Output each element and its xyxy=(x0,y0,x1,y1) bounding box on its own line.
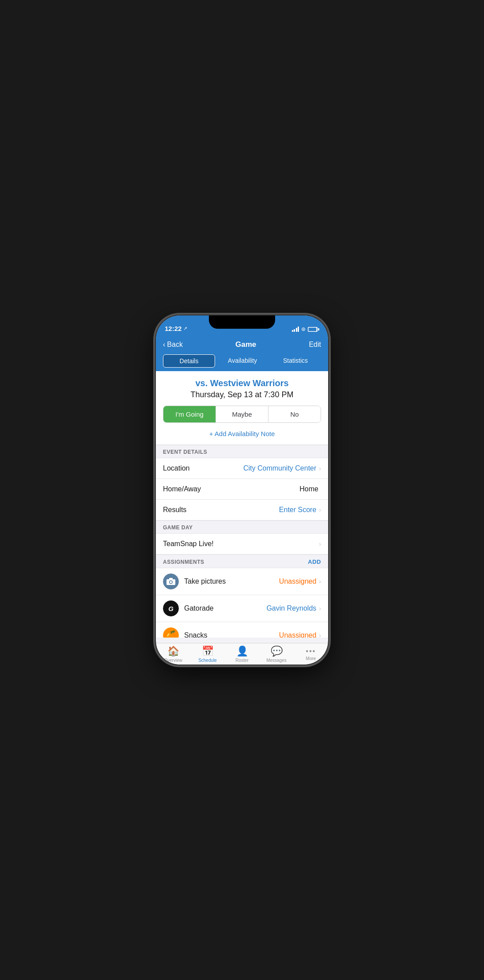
event-datetime: Thursday, Sep 13 at 7:30 PM xyxy=(163,390,321,399)
assignment-row-gatorade[interactable]: G Gatorade Gavin Reynolds › xyxy=(156,595,328,622)
main-content: vs. Westview Warriors Thursday, Sep 13 a… xyxy=(156,371,328,638)
home-away-value: Home xyxy=(299,485,318,493)
add-assignment-button[interactable]: ADD xyxy=(308,558,321,565)
assignment-value-gatorade: Gavin Reynolds xyxy=(266,604,316,612)
event-header: vs. Westview Warriors Thursday, Sep 13 a… xyxy=(156,371,328,445)
assignment-label-gatorade: Gatorade xyxy=(184,604,266,612)
results-value: Enter Score xyxy=(279,506,316,514)
nav-bar: ‹ Back Game Edit xyxy=(156,335,328,354)
home-away-row[interactable]: Home/Away Home xyxy=(156,479,328,500)
more-icon: ••• xyxy=(306,647,316,655)
assignment-label-pictures: Take pictures xyxy=(184,577,279,585)
svg-point-5 xyxy=(170,581,172,583)
location-row[interactable]: Location City Community Center › xyxy=(156,458,328,479)
game-day-section-header: GAME DAY xyxy=(156,520,328,534)
back-label: Back xyxy=(167,341,183,349)
battery-icon xyxy=(308,327,319,332)
tab-bar: Details Availability Statistics xyxy=(156,354,328,371)
status-icons: ⊛ xyxy=(292,326,320,332)
bottom-nav-more[interactable]: ••• More xyxy=(294,646,328,663)
going-button[interactable]: I'm Going xyxy=(163,406,216,422)
phone-frame: 12:22 ↗ ⊛ ‹ xyxy=(156,315,328,665)
teamsnap-live-label: TeamSnap Live! xyxy=(163,540,319,548)
roster-icon: 👤 xyxy=(236,646,248,657)
assignment-icon-gatorade: G xyxy=(163,600,179,616)
bottom-nav-messages[interactable]: 💬 Messages xyxy=(259,644,294,665)
event-opponent: vs. Westview Warriors xyxy=(163,378,321,388)
add-availability-note-button[interactable]: + Add Availability Note xyxy=(163,428,321,439)
assignments-section-header: ASSIGNMENTS ADD xyxy=(156,555,328,568)
notch xyxy=(209,315,275,329)
assignment-row-pictures[interactable]: Take pictures Unassigned › xyxy=(156,568,328,595)
more-label: More xyxy=(306,656,316,661)
teamsnap-live-row[interactable]: TeamSnap Live! › xyxy=(156,534,328,555)
home-away-label: Home/Away xyxy=(163,485,299,493)
location-label: Location xyxy=(163,464,243,472)
availability-buttons: I'm Going Maybe No xyxy=(163,406,321,423)
assignment-value-snacks: Unassigned xyxy=(279,631,317,638)
assignment-row-snacks[interactable]: 🍊 Snacks Unassigned › xyxy=(156,622,328,638)
tab-statistics[interactable]: Statistics xyxy=(270,354,321,368)
bottom-nav-overview[interactable]: 🏠 Overview xyxy=(156,644,190,665)
bottom-nav-schedule[interactable]: 📅 Schedule xyxy=(190,644,225,665)
location-chevron-icon: › xyxy=(319,465,321,472)
no-button[interactable]: No xyxy=(268,406,321,422)
back-button[interactable]: ‹ Back xyxy=(163,341,183,349)
roster-label: Roster xyxy=(235,658,248,663)
messages-label: Messages xyxy=(266,658,287,663)
results-row[interactable]: Results Enter Score › xyxy=(156,500,328,520)
schedule-label: Schedule xyxy=(198,658,217,663)
messages-icon: 💬 xyxy=(271,646,283,657)
bottom-nav-roster[interactable]: 👤 Roster xyxy=(225,644,259,665)
bottom-nav: 🏠 Overview 📅 Schedule 👤 Roster 💬 Message… xyxy=(156,643,328,665)
phone-screen: 12:22 ↗ ⊛ ‹ xyxy=(156,315,328,665)
assignment-chevron-snacks-icon: › xyxy=(319,632,321,638)
assignment-icon-camera xyxy=(163,574,179,589)
maybe-button[interactable]: Maybe xyxy=(216,406,268,422)
overview-icon: 🏠 xyxy=(167,646,179,657)
assignment-label-snacks: Snacks xyxy=(184,631,279,638)
assignment-value-pictures: Unassigned xyxy=(279,577,317,585)
tab-details[interactable]: Details xyxy=(163,354,215,368)
assignment-chevron-gatorade-icon: › xyxy=(319,605,321,612)
wifi-icon: ⊛ xyxy=(301,326,306,332)
edit-button[interactable]: Edit xyxy=(309,341,321,349)
svg-rect-1 xyxy=(318,328,319,330)
overview-label: Overview xyxy=(164,658,182,663)
assignment-icon-snacks: 🍊 xyxy=(163,627,179,638)
results-label: Results xyxy=(163,506,279,514)
chevron-left-icon: ‹ xyxy=(163,341,165,349)
svg-rect-6 xyxy=(169,578,173,580)
assignment-chevron-pictures-icon: › xyxy=(319,578,321,585)
location-arrow-icon: ↗ xyxy=(183,326,187,331)
tab-availability[interactable]: Availability xyxy=(217,354,268,368)
svg-rect-2 xyxy=(309,327,317,331)
signal-bars-icon xyxy=(292,327,299,332)
event-details-section-header: EVENT DETAILS xyxy=(156,445,328,458)
results-chevron-icon: › xyxy=(319,506,321,513)
teamsnap-live-chevron-icon: › xyxy=(319,540,321,547)
schedule-icon: 📅 xyxy=(202,646,214,657)
status-time: 12:22 xyxy=(165,325,182,332)
location-value: City Community Center xyxy=(243,464,316,472)
page-title: Game xyxy=(235,340,256,349)
